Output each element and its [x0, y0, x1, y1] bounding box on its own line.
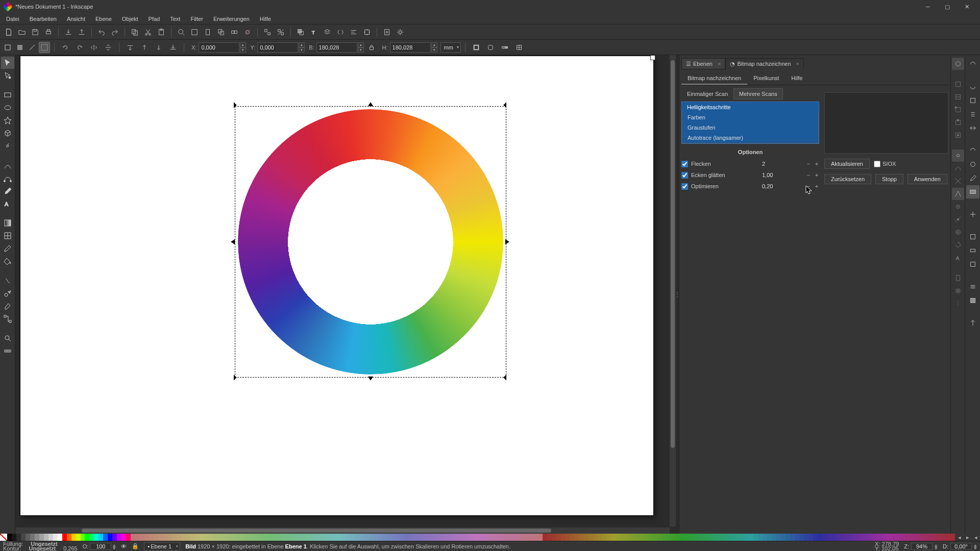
3dbox-tool[interactable]: [1, 127, 14, 139]
swatch[interactable]: [886, 534, 891, 541]
calligraphy-tool[interactable]: [1, 185, 14, 197]
chk-smooth[interactable]: [681, 172, 688, 179]
pencil-tool[interactable]: [1, 159, 14, 171]
swatch[interactable]: [616, 534, 621, 541]
rotate-cw-button[interactable]: [74, 41, 86, 54]
minimize-button[interactable]: ─: [919, 1, 937, 12]
canvas-page[interactable]: [20, 56, 653, 515]
swatch[interactable]: [822, 534, 826, 541]
canvas-area[interactable]: [15, 55, 676, 534]
swatch[interactable]: [904, 534, 909, 541]
snap-intersect[interactable]: [952, 175, 964, 187]
swatch[interactable]: [520, 534, 525, 541]
menu-help[interactable]: Hilfe: [255, 13, 276, 24]
redo-button[interactable]: [109, 26, 121, 38]
swatch[interactable]: [831, 534, 836, 541]
swatch[interactable]: [946, 534, 950, 541]
swatch[interactable]: [584, 534, 589, 541]
swatch[interactable]: [543, 534, 547, 541]
swatch[interactable]: [442, 534, 447, 541]
swatch[interactable]: [667, 534, 671, 541]
flip-h-button[interactable]: [88, 41, 100, 54]
btn-stop[interactable]: Stopp: [875, 174, 903, 184]
tracetab-pixel[interactable]: Pixelkunst: [747, 72, 785, 85]
swatch[interactable]: [826, 534, 831, 541]
selmode-2-toggle[interactable]: [14, 42, 26, 53]
swatch[interactable]: [456, 534, 460, 541]
swatch[interactable]: [112, 534, 117, 541]
scrollbar-vertical[interactable]: [670, 55, 676, 527]
swatch[interactable]: [154, 534, 158, 541]
raise-top-button[interactable]: [124, 41, 136, 54]
swatch[interactable]: [263, 534, 268, 541]
swatch[interactable]: [277, 534, 282, 541]
paste-button[interactable]: [155, 26, 167, 38]
dockicon-11[interactable]: [966, 230, 979, 243]
menu-view[interactable]: Ansicht: [62, 13, 90, 24]
sel-handle-s[interactable]: [368, 377, 373, 382]
y-input[interactable]: 0,000: [257, 42, 298, 53]
menu-ext[interactable]: Erweiterungen: [208, 13, 255, 24]
swatch[interactable]: [94, 534, 99, 541]
swatch[interactable]: [374, 534, 378, 541]
menu-layer[interactable]: Ebene: [90, 13, 117, 24]
swatch[interactable]: [396, 534, 401, 541]
swatch[interactable]: [881, 534, 886, 541]
eraser-tool[interactable]: [1, 300, 14, 312]
status-stroke[interactable]: Ungesetzt: [29, 546, 56, 551]
swatch[interactable]: [204, 534, 209, 541]
swatch[interactable]: [516, 534, 520, 541]
dropdown-sel-brightness[interactable]: Helligkeitsschritte: [682, 102, 819, 112]
raise-button[interactable]: [138, 41, 151, 54]
swatch[interactable]: [341, 534, 346, 541]
star-tool[interactable]: [1, 114, 14, 127]
swatch[interactable]: [589, 534, 593, 541]
swatch[interactable]: [533, 534, 538, 541]
swatch[interactable]: [369, 534, 374, 541]
swatch[interactable]: [511, 534, 516, 541]
swatch[interactable]: [126, 534, 131, 541]
snap-page[interactable]: [952, 272, 964, 284]
swatch[interactable]: [657, 534, 662, 541]
swatch[interactable]: [62, 534, 67, 541]
swatch[interactable]: [382, 534, 387, 541]
snap-obj-center[interactable]: [952, 226, 964, 238]
swatch[interactable]: [240, 534, 245, 541]
snap-guide[interactable]: [952, 297, 964, 310]
swatch[interactable]: [250, 534, 254, 541]
swatch[interactable]: [680, 534, 684, 541]
swatch[interactable]: [923, 534, 927, 541]
swatch[interactable]: [332, 534, 337, 541]
swatch[interactable]: [140, 534, 144, 541]
snap-bbox-corner[interactable]: [952, 104, 964, 116]
affect-pattern-toggle[interactable]: [513, 41, 525, 54]
swatch[interactable]: [465, 534, 470, 541]
swatch[interactable]: [749, 534, 753, 541]
node-tool[interactable]: [1, 69, 14, 82]
swatch[interactable]: [447, 534, 451, 541]
swatch[interactable]: [694, 534, 698, 541]
lock-wh-button[interactable]: [365, 41, 378, 54]
menu-file[interactable]: Datei: [1, 13, 24, 24]
snap-bbox-edge[interactable]: [952, 91, 964, 103]
tab-layers-close[interactable]: ×: [718, 61, 721, 67]
swatch[interactable]: [103, 534, 108, 541]
clone-button[interactable]: [228, 26, 240, 38]
swatch[interactable]: [424, 534, 428, 541]
dockicon-15[interactable]: [966, 294, 979, 307]
swatch[interactable]: [721, 534, 726, 541]
swatch[interactable]: [177, 534, 181, 541]
no-color-swatch[interactable]: [0, 534, 7, 541]
transform-button[interactable]: [361, 26, 373, 38]
sel-handle-sw[interactable]: [232, 375, 237, 381]
swatch[interactable]: [474, 534, 479, 541]
swatch[interactable]: [268, 534, 273, 541]
swatch[interactable]: [895, 534, 900, 541]
swatch[interactable]: [918, 534, 923, 541]
scan-single[interactable]: Einmaliger Scan: [681, 88, 733, 99]
sel-handle-se[interactable]: [504, 375, 509, 381]
swatch[interactable]: [195, 534, 200, 541]
lower-button[interactable]: [153, 41, 165, 54]
swatch[interactable]: [337, 534, 341, 541]
status-zoom-input[interactable]: 94%: [911, 543, 933, 550]
